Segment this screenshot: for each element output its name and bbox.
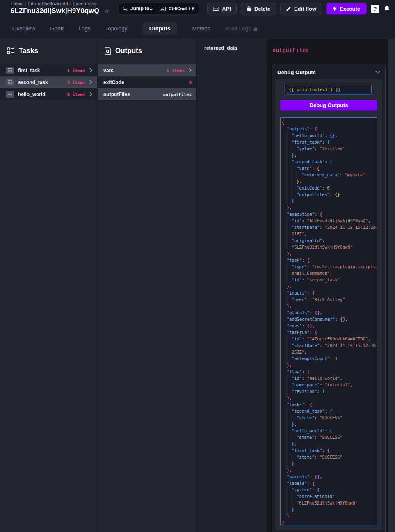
- code-line: "returned_data": "mydata": [282, 171, 377, 178]
- code-line: 251Z",: [282, 349, 377, 355]
- tab-overview[interactable]: Overview: [12, 25, 35, 32]
- code-line: },: [282, 467, 377, 473]
- code-line: "envs": {},: [282, 322, 377, 329]
- badge-label: LOG: [8, 93, 12, 96]
- help-button[interactable]: ?: [371, 5, 379, 13]
- edit-flow-button[interactable]: Edit flow: [280, 3, 322, 14]
- debug-outputs-header[interactable]: Debug Outputs: [272, 65, 385, 79]
- code-line: shell.Commands",: [282, 270, 377, 276]
- lock-icon: [253, 26, 258, 31]
- tab-outputs[interactable]: Outputs: [142, 22, 178, 35]
- code-line: }: [282, 198, 377, 204]
- execute-button[interactable]: Execute: [326, 3, 367, 14]
- output-row-outputfiles[interactable]: outputFilesoutputFiles: [98, 88, 196, 100]
- breadcrumb-item-flows[interactable]: Flows: [11, 1, 23, 6]
- output-rows: vars1 itemsexitCode0outputFilesoutputFil…: [98, 64, 196, 100]
- tab-bar: OverviewGanttLogsTopologyOutputsMetricsA…: [0, 18, 395, 39]
- breadcrumb-item-executions[interactable]: Executions: [73, 1, 96, 6]
- code-line: "revision": 1: [282, 388, 377, 395]
- api-button[interactable]: API: [207, 3, 237, 14]
- execute-button-label: Execute: [340, 6, 360, 12]
- code-line: "first_task": {: [282, 447, 377, 454]
- preview-panel: returned_data: [197, 39, 267, 532]
- task-items-count: 1 items: [67, 68, 85, 73]
- tab-label: Metrics: [192, 25, 210, 32]
- code-line: "outputs": {: [282, 126, 377, 132]
- output-name: vars: [103, 68, 162, 73]
- debug-outputs-title: Debug Outputs: [277, 69, 316, 75]
- tab-gantt[interactable]: Gantt: [50, 25, 64, 32]
- code-line: },: [282, 303, 377, 309]
- return-task-icon: [6, 67, 14, 74]
- code-line: }: [282, 460, 377, 467]
- trash-icon: [247, 6, 251, 11]
- code-line: "execution": {: [282, 211, 377, 217]
- preview-item-returned-data[interactable]: returned_data: [197, 39, 267, 51]
- star-icon[interactable]: ☆: [104, 7, 110, 14]
- task-row-first-task[interactable]: first_task1 items: [0, 64, 97, 76]
- outputs-panel-title: Outputs: [115, 47, 142, 55]
- task-row-second-task[interactable]: second_task3 items: [0, 76, 97, 88]
- json-editor[interactable]: {"outputs": {"hello_world": {},"first_ta…: [280, 117, 377, 525]
- output-row-exitcode[interactable]: exitCode0: [98, 76, 196, 88]
- search-input[interactable]: Jump to... Ctrl/Cmd + K: [119, 3, 199, 14]
- tab-label: Topology: [105, 25, 128, 32]
- code-line: "tasks": {: [282, 401, 377, 408]
- search-icon: [123, 6, 128, 11]
- pencil-icon: [286, 6, 291, 11]
- task-name: second_task: [18, 80, 63, 85]
- chevron-right-icon: [189, 68, 192, 73]
- code-line: "id": "second_task": [282, 276, 377, 283]
- code-line: "originalId":: [282, 237, 377, 244]
- tasks-panel-title: Tasks: [19, 47, 38, 55]
- task-items-count: 0 items: [67, 92, 85, 97]
- search-label: Jump to...: [130, 6, 154, 11]
- expression-field-wrap: {{ printContext() }}: [284, 84, 373, 95]
- tab-label: Outputs: [149, 25, 171, 32]
- output-row-vars[interactable]: vars1 items: [98, 64, 196, 76]
- breadcrumb-separator: /: [68, 1, 73, 6]
- code-line: },: [282, 441, 377, 447]
- code-line: "hello_world": {},: [282, 132, 377, 139]
- code-line: "second_task": {: [282, 158, 377, 165]
- delete-button[interactable]: Delete: [241, 3, 276, 14]
- code-line: "attemptsCount": 1: [282, 355, 377, 362]
- edit-flow-button-label: Edit flow: [294, 6, 316, 12]
- code-line: "labels": {: [282, 480, 377, 486]
- code-line: "startDate": "2024-11-19T15:12:30.: [282, 342, 377, 349]
- debug-outputs-button[interactable]: Debug Outputs: [280, 100, 377, 110]
- help-icon: ?: [374, 6, 377, 12]
- expression-input[interactable]: {{ printContext() }}: [286, 86, 372, 93]
- code-line: "value": "thrilled": [282, 145, 377, 152]
- code-line: "first_task": {: [282, 139, 377, 145]
- code-line: "state": "SUCCESS": [282, 434, 377, 441]
- code-line: "id": "6LZFnu32dljSwkjH9Y0qwQ",: [282, 217, 377, 224]
- tab-topology[interactable]: Topology: [105, 25, 128, 32]
- outputs-panel: Outputs vars1 itemsexitCode0outputFileso…: [98, 39, 197, 532]
- tab-logs[interactable]: Logs: [78, 25, 90, 32]
- code-line: "globals": {},: [282, 309, 377, 316]
- code-line: "id": "hello-world",: [282, 375, 377, 381]
- code-line: "user": "Rick Astley": [282, 296, 377, 303]
- breadcrumb-item-tutorial-hello-world[interactable]: tutorial.hello-world: [28, 1, 68, 6]
- code-line: },: [282, 362, 377, 368]
- code-line: },: [282, 421, 377, 427]
- code-line: }: [282, 519, 377, 525]
- tab-label: Overview: [12, 25, 35, 32]
- code-line: "vars": {: [282, 165, 377, 171]
- tab-audit-logs[interactable]: Audit Logs: [225, 25, 258, 32]
- code-line: "inputs": {: [282, 290, 377, 296]
- task-list-icon: [7, 47, 15, 54]
- page-title: 6LZFnu32dljSwkjH9Y0qwQ: [11, 7, 99, 15]
- tab-label: Logs: [78, 25, 90, 32]
- code-line: "taskrun": {: [282, 329, 377, 336]
- scrollbar[interactable]: [388, 39, 395, 532]
- file-search-icon: [105, 47, 111, 55]
- code-line: },: [282, 283, 377, 290]
- tab-label: Gantt: [50, 25, 64, 32]
- code-line: "type": "io.kestra.plugin.scripts.: [282, 263, 377, 270]
- tab-metrics[interactable]: Metrics: [192, 25, 210, 32]
- task-row-hello-world[interactable]: LOGhello_world0 items: [0, 88, 97, 100]
- notifications-bell-icon[interactable]: [384, 5, 390, 12]
- code-line: },: [282, 250, 377, 257]
